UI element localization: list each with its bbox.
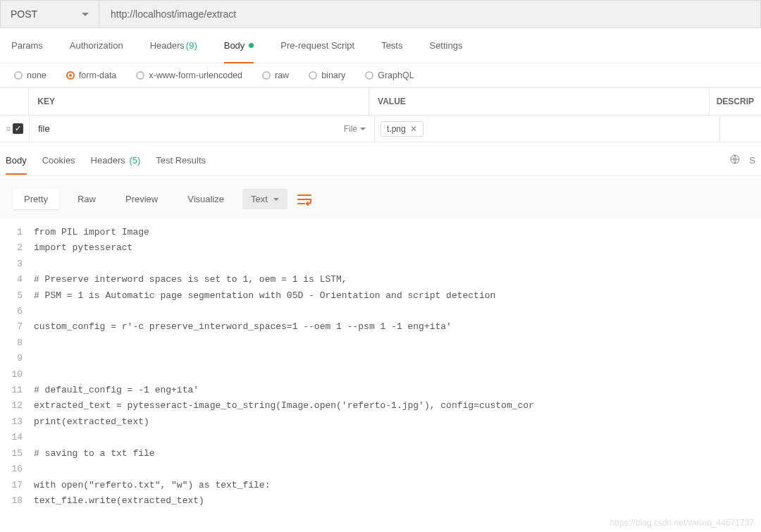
code-text: extracted_text = pytesseract-image_to_st… [34, 398, 534, 414]
line-number: 16 [0, 462, 34, 477]
content-type-label: Text [251, 194, 268, 204]
file-chip-name: t.png [387, 124, 406, 134]
line-number: 8 [0, 335, 34, 351]
code-text: custom_config = r'-c preserve_interword_… [34, 319, 452, 335]
response-toolbar: Pretty Raw Preview Visualize Text [0, 179, 761, 219]
line-number: 2 [0, 240, 34, 256]
tab-headers[interactable]: Headers (9) [150, 28, 197, 63]
view-visualize[interactable]: Visualize [176, 189, 235, 209]
code-line: 14 [0, 430, 761, 445]
line-number: 4 [0, 272, 34, 287]
tab-tests[interactable]: Tests [381, 28, 402, 63]
code-line: 6 [0, 304, 761, 319]
radio-icon [136, 71, 144, 80]
url-bar: POST [0, 0, 761, 28]
chevron-down-icon [82, 13, 89, 16]
line-number: 11 [0, 383, 34, 398]
content-type-select[interactable]: Text [242, 189, 287, 209]
remove-file-icon[interactable]: ✕ [410, 124, 417, 134]
line-number: 17 [0, 478, 34, 493]
view-preview[interactable]: Preview [114, 189, 169, 209]
code-text: from PIL import Image [34, 225, 149, 240]
kv-key-cell[interactable]: file File [30, 116, 375, 142]
radio-form-data[interactable]: form-data [66, 70, 117, 80]
tab-prerequest[interactable]: Pre-request Script [280, 28, 354, 63]
code-line: 10 [0, 367, 761, 383]
resp-tab-test-results[interactable]: Test Results [156, 147, 206, 174]
code-text: # PSM = 1 is Automatic page segmentation… [34, 288, 495, 304]
request-tabs: Params Authorization Headers (9) Body Pr… [0, 28, 761, 63]
line-number: 13 [0, 414, 34, 430]
code-line: 11# default_config = -1 eng+ita' [0, 383, 761, 398]
code-text: # default_config = -1 eng+ita' [34, 383, 199, 398]
line-number: 18 [0, 493, 34, 509]
radio-icon [14, 71, 23, 80]
radio-x-www-label: x-www-form-urlencoded [149, 70, 242, 80]
radio-binary[interactable]: binary [309, 70, 345, 80]
kv-gutter [0, 88, 29, 115]
code-text: # saving to a txt file [34, 446, 155, 462]
kv-table-header: KEY VALUE DESCRIP [0, 87, 761, 116]
watermark: https://blog.csdn.net/weixin_44671737 [610, 518, 754, 528]
radio-graphql[interactable]: GraphQL [365, 70, 414, 80]
kv-row-toggle-cell: ≡ ✓ [0, 116, 30, 142]
file-chip: t.png ✕ [380, 121, 423, 137]
kv-key-text: file [38, 123, 50, 134]
chevron-down-icon [360, 128, 366, 130]
radio-raw[interactable]: raw [262, 70, 289, 80]
resp-tab-headers-label: Headers [91, 155, 125, 166]
wrap-lines-icon[interactable] [295, 190, 314, 209]
line-number: 3 [0, 256, 34, 272]
row-checkbox[interactable]: ✓ [13, 123, 23, 134]
url-input[interactable] [99, 1, 760, 27]
code-line: 7custom_config = r'-c preserve_interword… [0, 319, 761, 335]
line-number: 9 [0, 351, 34, 366]
line-number: 10 [0, 367, 34, 383]
line-number: 12 [0, 398, 34, 414]
body-modified-dot-icon [249, 43, 254, 48]
resp-tab-cookies[interactable]: Cookies [42, 147, 75, 174]
code-line: 15# saving to a txt file [0, 446, 761, 462]
radio-form-data-label: form-data [79, 70, 117, 80]
code-line: 1from PIL import Image [0, 225, 761, 240]
code-line: 16 [0, 462, 761, 477]
radio-icon [309, 71, 317, 80]
radio-icon [262, 71, 271, 80]
kv-desc-header: DESCRIP [710, 88, 761, 115]
line-number: 14 [0, 430, 34, 445]
code-line: 8 [0, 335, 761, 351]
response-body-code[interactable]: 1from PIL import Image2import pytesserac… [0, 219, 761, 509]
code-line: 3 [0, 256, 761, 272]
kv-value-header: VALUE [369, 88, 710, 115]
radio-icon [365, 71, 373, 80]
code-line: 2import pytesseract [0, 240, 761, 256]
http-method-select[interactable]: POST [1, 1, 99, 27]
radio-binary-label: binary [321, 70, 345, 80]
view-raw[interactable]: Raw [66, 189, 107, 209]
line-number: 7 [0, 319, 34, 335]
http-method-label: POST [11, 8, 37, 20]
kv-desc-cell[interactable] [720, 116, 761, 142]
tab-authorization[interactable]: Authorization [70, 28, 123, 63]
line-number: 6 [0, 304, 34, 319]
tab-body-label: Body [224, 40, 245, 51]
code-text: text_file.write(extracted_text) [34, 493, 204, 509]
globe-icon[interactable] [729, 154, 741, 167]
radio-x-www[interactable]: x-www-form-urlencoded [136, 70, 242, 80]
kv-value-cell[interactable]: t.png ✕ [375, 116, 720, 142]
headers-count-badge: (9) [186, 40, 197, 51]
radio-none[interactable]: none [14, 70, 47, 80]
code-text: print(extracted_text) [34, 414, 149, 430]
reorder-icon[interactable]: ≡ [6, 124, 11, 134]
view-pretty[interactable]: Pretty [13, 189, 59, 209]
tab-params[interactable]: Params [11, 28, 43, 63]
resp-tab-body[interactable]: Body [6, 147, 27, 174]
resp-headers-count-badge: (5) [129, 155, 140, 166]
resp-tab-headers[interactable]: Headers (5) [91, 147, 141, 174]
kv-type-select[interactable]: File [344, 124, 366, 134]
code-line: 5# PSM = 1 is Automatic page segmentatio… [0, 288, 761, 304]
radio-graphql-label: GraphQL [378, 70, 414, 80]
tab-body[interactable]: Body [224, 28, 254, 63]
code-line: 4# Preserve interword spaces is set to 1… [0, 272, 761, 287]
tab-settings[interactable]: Settings [429, 28, 462, 63]
